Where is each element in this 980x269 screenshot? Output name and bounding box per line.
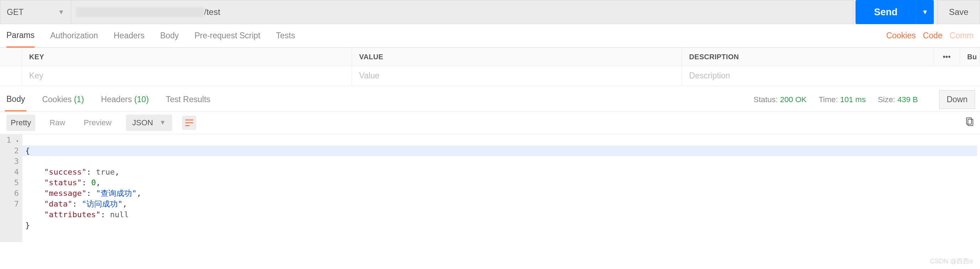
send-button[interactable]: Send bbox=[856, 0, 916, 24]
format-select[interactable]: JSON ▼ bbox=[126, 115, 172, 131]
tab-authorization[interactable]: Authorization bbox=[50, 24, 98, 47]
save-button-label: Save bbox=[949, 7, 969, 17]
wrap-lines-button[interactable] bbox=[182, 116, 196, 130]
url-input[interactable]: /test bbox=[71, 0, 853, 24]
response-tab-headers-count: (10) bbox=[134, 95, 149, 104]
code-content[interactable]: { "success": true, "status": 0, "message… bbox=[22, 134, 980, 242]
cookies-link[interactable]: Cookies bbox=[886, 31, 916, 40]
tab-prerequest[interactable]: Pre-request Script bbox=[194, 24, 260, 47]
size-label: Size: 439 B bbox=[878, 95, 918, 104]
response-tabs: Body Cookies (1) Headers (10) Test Resul… bbox=[0, 88, 980, 111]
raw-tab[interactable]: Raw bbox=[45, 115, 69, 131]
params-header-row: KEY VALUE DESCRIPTION ••• Bu bbox=[0, 47, 980, 66]
tab-params[interactable]: Params bbox=[6, 24, 35, 47]
copy-icon bbox=[966, 117, 974, 127]
params-checkbox-header bbox=[0, 48, 22, 66]
request-links: Cookies Code Comm bbox=[886, 31, 974, 40]
save-button[interactable]: Save bbox=[937, 0, 980, 24]
chevron-down-icon: ▼ bbox=[58, 8, 64, 16]
send-split-button[interactable]: ▼ bbox=[916, 0, 934, 24]
response-tab-cookies-label: Cookies bbox=[42, 95, 72, 104]
url-redacted bbox=[76, 7, 204, 17]
response-tab-cookies-count: (1) bbox=[74, 95, 84, 104]
param-description-input[interactable]: Description bbox=[682, 66, 980, 85]
pretty-tab[interactable]: Pretty bbox=[6, 115, 35, 131]
tab-body[interactable]: Body bbox=[160, 24, 178, 47]
param-value-input[interactable]: Value bbox=[352, 66, 682, 85]
param-row-checkbox[interactable] bbox=[0, 66, 22, 85]
response-tab-tests[interactable]: Test Results bbox=[164, 89, 212, 111]
comments-link[interactable]: Comm bbox=[950, 31, 974, 40]
request-bar: GET ▼ /test Send ▼ Save bbox=[0, 0, 980, 24]
download-button[interactable]: Down bbox=[939, 90, 975, 109]
status-label: Status: 200 OK bbox=[754, 95, 807, 104]
response-tab-headers-label: Headers bbox=[101, 95, 132, 104]
response-meta: Status: 200 OK Time: 101 ms Size: 439 B … bbox=[754, 90, 975, 109]
params-description-header: DESCRIPTION bbox=[682, 48, 934, 66]
line-gutter: 1 ▾ 2 3 4 5 6 7 bbox=[0, 134, 22, 242]
bulk-edit-link[interactable]: Bu bbox=[960, 48, 980, 66]
http-method-select[interactable]: GET ▼ bbox=[0, 0, 71, 24]
copy-button[interactable] bbox=[966, 117, 974, 128]
svg-rect-3 bbox=[968, 119, 973, 126]
response-tab-cookies[interactable]: Cookies (1) bbox=[41, 89, 85, 111]
code-link[interactable]: Code bbox=[923, 31, 942, 40]
preview-tab[interactable]: Preview bbox=[79, 115, 116, 131]
http-method-value: GET bbox=[7, 8, 24, 17]
response-tab-body[interactable]: Body bbox=[5, 88, 26, 111]
wrap-icon bbox=[185, 119, 194, 127]
param-key-input[interactable]: Key bbox=[22, 66, 352, 85]
url-suffix: /test bbox=[204, 7, 220, 17]
params-more-button[interactable]: ••• bbox=[934, 48, 960, 66]
collapse-icon[interactable]: ▾ bbox=[16, 138, 19, 144]
chevron-down-icon: ▼ bbox=[159, 119, 166, 127]
response-tab-headers[interactable]: Headers (10) bbox=[100, 89, 150, 111]
response-body: 1 ▾ 2 3 4 5 6 7 { "success": true, "stat… bbox=[0, 134, 980, 242]
format-select-value: JSON bbox=[132, 118, 153, 127]
time-label: Time: 101 ms bbox=[819, 95, 865, 104]
send-button-label: Send bbox=[874, 7, 897, 18]
tab-tests[interactable]: Tests bbox=[276, 24, 295, 47]
request-tabs: Params Authorization Headers Body Pre-re… bbox=[0, 24, 980, 47]
svg-rect-4 bbox=[966, 118, 972, 124]
params-key-header: KEY bbox=[22, 48, 352, 66]
body-toolbar: Pretty Raw Preview JSON ▼ bbox=[0, 111, 980, 134]
chevron-down-icon: ▼ bbox=[922, 8, 928, 16]
tab-headers[interactable]: Headers bbox=[114, 24, 145, 47]
params-empty-row: Key Value Description bbox=[0, 66, 980, 86]
params-value-header: VALUE bbox=[352, 48, 682, 66]
